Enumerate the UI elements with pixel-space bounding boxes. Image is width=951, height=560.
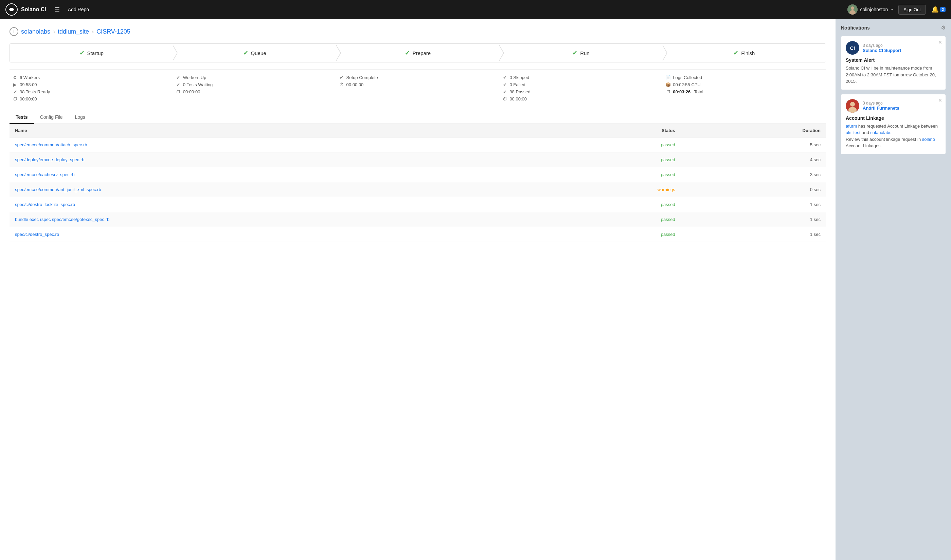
notif-title: Notifications	[841, 25, 870, 31]
workers-count: 6 Workers	[20, 75, 40, 80]
col-status: Status	[538, 124, 681, 137]
notif-link-afurm[interactable]: afurm	[846, 123, 857, 129]
notif-text-part2: and	[862, 130, 870, 135]
detail-passed: ✔ 98 Passed	[502, 89, 660, 94]
test-duration-cell: 4 sec	[681, 152, 826, 167]
notif-sender-1[interactable]: Solano CI Support	[863, 48, 901, 53]
notif-sender-2[interactable]: Andrii Furmanets	[863, 106, 899, 111]
test-name-cell: spec/emcee/common/ant_junit_xml_spec.rb	[9, 182, 538, 197]
test-status-value: passed	[538, 152, 681, 167]
sign-out-button[interactable]: Sign Out	[899, 5, 926, 15]
table-row: spec/emcee/common/attach_spec.rbpassed5 …	[9, 137, 826, 152]
failed-count: 0 Failed	[509, 82, 525, 87]
clock-icon-3: ⏱	[339, 82, 344, 87]
logs-collected-text: Logs Collected	[673, 75, 702, 80]
tab-logs[interactable]: Logs	[69, 111, 91, 124]
detail-col-run: ✔ 0 Skipped ✔ 0 Failed ✔ 98 Passed ⏱ 00:…	[499, 74, 663, 103]
test-name-link[interactable]: spec/emcee/cachesrv_spec.rb	[15, 172, 75, 177]
tabs-bar: Tests Config File Logs	[9, 111, 826, 124]
col-duration: Duration	[681, 124, 826, 137]
notif-avatar-2	[846, 99, 859, 113]
breadcrumb-sep-1: ›	[53, 28, 55, 35]
tests-waiting-icon: ✔	[176, 82, 181, 87]
breadcrumb-org[interactable]: solanolabs	[21, 28, 50, 35]
detail-time: ▶ 09:58:00	[12, 82, 170, 87]
test-duration-cell: 1 sec	[681, 197, 826, 212]
breadcrumb-repo[interactable]: tddium_site	[58, 28, 89, 35]
notif-item-1: ✕ CI 3 days ago Solano CI Support System…	[841, 36, 946, 89]
notif-gear-icon[interactable]: ⚙	[941, 25, 946, 31]
user-avatar	[848, 5, 858, 15]
test-name-link[interactable]: bundle exec rspec spec/emcee/gotexec_spe…	[15, 217, 109, 222]
workers-up-text: Workers Up	[183, 75, 206, 80]
test-name-link[interactable]: spec/ci/destro_spec.rb	[15, 232, 59, 237]
notif-time-1: 3 days ago	[863, 43, 901, 48]
total-label: Total	[694, 89, 703, 94]
logo-text: Solano CI	[21, 6, 46, 12]
notification-badge: 2	[940, 7, 946, 12]
pipeline-container: ✔ Startup ✔ Queue ✔ Prepare ✔ Run ✔ Fini…	[9, 43, 826, 62]
pipeline-step-prepare-label: Prepare	[413, 50, 431, 56]
tab-tests[interactable]: Tests	[9, 111, 34, 124]
clock-icon-2: ⏱	[176, 89, 181, 94]
pipeline-step-finish[interactable]: ✔ Finish	[663, 44, 826, 62]
cpu-time: 00:02:55 CPU	[673, 82, 701, 87]
table-row: spec/ci/destro_lockfile_spec.rbpassed1 s…	[9, 197, 826, 212]
startup-time: 09:58:00	[20, 82, 37, 87]
failed-icon: ✔	[502, 82, 507, 87]
pipeline-step-finish-label: Finish	[741, 50, 755, 56]
pipeline-step-prepare[interactable]: ✔ Prepare	[336, 44, 499, 62]
notif-text-part1: has requested Account Linkage between	[858, 123, 938, 129]
passed-count: 98 Passed	[509, 89, 530, 94]
detail-cpu: 📦 00:02:55 CPU	[665, 82, 823, 87]
detail-logs-collected: 📄 Logs Collected	[665, 75, 823, 80]
add-repo-button[interactable]: Add Repo	[68, 7, 89, 12]
test-name-link[interactable]: spec/deploy/emcee-deploy_spec.rb	[15, 157, 85, 162]
check-icon-startup: ✔	[80, 49, 85, 57]
detail-tests-waiting: ✔ 0 Tests Waiting	[176, 82, 333, 87]
notif-close-2[interactable]: ✕	[938, 98, 942, 103]
table-row: bundle exec rspec spec/emcee/gotexec_spe…	[9, 212, 826, 227]
test-name-link[interactable]: spec/emcee/common/ant_junit_xml_spec.rb	[15, 187, 101, 192]
workers-icon: ⚙	[12, 75, 18, 80]
notif-text-part3: Review this account linkage request in	[846, 137, 922, 142]
test-name-cell: spec/ci/destro_spec.rb	[9, 227, 538, 242]
notif-link-solanolabs[interactable]: solanolabs.	[870, 130, 892, 135]
table-row: spec/ci/destro_spec.rbpassed1 sec	[9, 227, 826, 242]
check-icon-queue: ✔	[243, 49, 248, 57]
test-name-link[interactable]: spec/ci/destro_lockfile_spec.rb	[15, 202, 75, 207]
detail-queue-timer: ⏱ 00:00:00	[176, 89, 333, 94]
pipeline-step-run[interactable]: ✔ Run	[499, 44, 662, 62]
hamburger-button[interactable]: ☰	[52, 5, 63, 15]
setup-complete-icon: ✔	[339, 75, 344, 80]
test-duration-cell: 0 sec	[681, 182, 826, 197]
bell-area[interactable]: 🔔 2	[931, 6, 946, 13]
page-layout: i solanolabs › tddium_site › CISRV-1205 …	[0, 19, 951, 560]
tab-config-file[interactable]: Config File	[34, 111, 69, 124]
test-name-link[interactable]: spec/emcee/common/attach_spec.rb	[15, 142, 87, 147]
notif-meta-2: 3 days ago Andrii Furmanets	[846, 99, 941, 113]
notif-link-ukr-test[interactable]: ukr-test	[846, 130, 860, 135]
notif-item-2: ✕ 3 days ago Andrii Furmanets Account Li…	[841, 94, 946, 154]
user-area[interactable]: colinjohnston ▾	[848, 5, 893, 15]
pipeline-step-run-label: Run	[580, 50, 590, 56]
notif-body-title-1: System Alert	[846, 57, 941, 63]
test-duration-cell: 1 sec	[681, 227, 826, 242]
test-status-value: passed	[538, 197, 681, 212]
notif-close-1[interactable]: ✕	[938, 40, 942, 45]
notif-link-solano[interactable]: solano	[922, 137, 935, 142]
notif-body-text-2: afurm has requested Account Linkage betw…	[846, 123, 941, 149]
run-timer: 00:00:00	[509, 96, 527, 102]
pipeline-step-startup[interactable]: ✔ Startup	[10, 44, 173, 62]
test-status-value: passed	[538, 227, 681, 242]
cpu-icon: 📦	[665, 82, 671, 87]
info-icon[interactable]: i	[9, 27, 18, 36]
tests-waiting-count: 0 Tests Waiting	[183, 82, 213, 87]
test-duration-cell: 1 sec	[681, 212, 826, 227]
clock-icon-1: ⏱	[12, 96, 18, 102]
queue-timer: 00:00:00	[183, 89, 200, 94]
test-name-cell: bundle exec rspec spec/emcee/gotexec_spe…	[9, 212, 538, 227]
detail-startup-timer: ⏱ 00:00:00	[12, 96, 170, 102]
pipeline-step-queue[interactable]: ✔ Queue	[173, 44, 336, 62]
caret-icon: ▾	[891, 8, 893, 12]
